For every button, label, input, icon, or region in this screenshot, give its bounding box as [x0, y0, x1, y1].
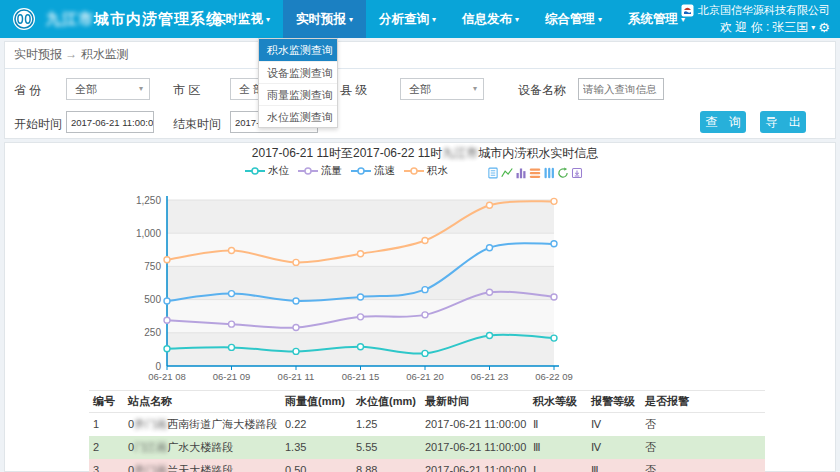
chart-title: 2017-06-21 11时至2017-06-22 11时九江市城市内涝积水实时… [85, 145, 765, 162]
province-value: 全部 [75, 83, 97, 95]
legend-item-流速[interactable]: 流速 [351, 164, 395, 178]
svg-text:1,250: 1,250 [136, 195, 161, 206]
username[interactable]: 张三国 [772, 19, 808, 36]
cell-is-alert: 否 [641, 413, 765, 436]
table-header-cell: 水位值(mm) [352, 391, 421, 413]
svg-text:06-21 20: 06-21 20 [406, 371, 444, 382]
table-header-cell: 是否报警 [641, 391, 765, 413]
cell-water-value: 5.55 [352, 436, 421, 459]
cell-no: 3 [89, 459, 124, 472]
bar-chart-icon[interactable] [515, 165, 527, 177]
nav-menu-item-5[interactable]: 综合管理▾ [532, 0, 615, 38]
device-name-input[interactable] [578, 78, 664, 100]
table-header-cell: 编号 [89, 391, 124, 413]
city-label: 市 区 [173, 82, 200, 99]
cell-is-alert: 否 [641, 436, 765, 459]
chevron-down-icon: ▾ [473, 79, 477, 99]
save-image-icon[interactable] [571, 165, 583, 177]
svg-text:06-21 15: 06-21 15 [342, 371, 380, 382]
forecast-dropdown-menu: 积水监测查询设备监测查询雨量监测查询水位监测查询 [258, 38, 338, 128]
company-logo-icon [681, 4, 694, 17]
county-select[interactable]: 全部 ▾ [400, 78, 484, 100]
breadcrumb: 实时预报 → 积水监测 [14, 41, 129, 68]
breadcrumb-section: 实时预报 [14, 47, 62, 61]
table-header-cell: 雨量值(mm) [281, 391, 352, 413]
legend-marker-icon [404, 166, 424, 176]
user-caret-icon[interactable]: ▾ [811, 19, 815, 36]
legend-label: 水位 [268, 164, 289, 178]
cell-flood-level: Ⅰ [529, 459, 587, 472]
station-name-redacted: 井门画 [134, 464, 167, 472]
legend-item-水位[interactable]: 水位 [245, 164, 289, 178]
chevron-down-icon: ▾ [139, 79, 143, 99]
chart-title-post: 城市内涝积水实时信息 [478, 146, 598, 160]
cell-alarm-level: Ⅲ [587, 459, 641, 472]
cell-no: 2 [89, 436, 124, 459]
cell-latest-time: 2017-06-21 11:00:00 [421, 436, 529, 459]
province-select[interactable]: 全部 ▾ [66, 78, 150, 100]
nav-menu-item-4[interactable]: 信息发布▾ [449, 0, 532, 38]
table-row[interactable]: 10井门画西南街道广海大楼路段0.221.252017-06-21 11:00:… [89, 413, 765, 436]
query-button[interactable]: 查 询 [700, 111, 746, 133]
company-name: 北京国信华源科技有限公司 [698, 2, 830, 19]
table-header-cell: 站点名称 [124, 391, 281, 413]
legend-label: 积水 [427, 164, 448, 178]
chevron-down-icon: ▾ [432, 15, 436, 24]
station-name-redacted: 井门画 [134, 418, 167, 430]
tiled-icon[interactable] [543, 165, 555, 177]
table-header-cell: 积水等级 [529, 391, 587, 413]
svg-text:06-21 11: 06-21 11 [278, 371, 315, 382]
station-name-text: 广水大楼路段 [167, 441, 233, 453]
county-value: 全部 [409, 83, 431, 95]
chart-legend: 水位流量流速积水 [245, 164, 448, 178]
svg-text:06-21 08: 06-21 08 [148, 371, 186, 382]
cell-station-name: 0井门画西南街道广海大楼路段 [124, 413, 281, 436]
svg-text:0: 0 [155, 361, 161, 372]
chart-toolbox [487, 165, 583, 177]
data-view-icon[interactable] [487, 165, 499, 177]
legend-label: 流速 [374, 164, 395, 178]
dropdown-item-3[interactable]: 雨量监测查询 [259, 83, 337, 105]
company-info: 北京国信华源科技有限公司 [681, 2, 830, 19]
cell-latest-time: 2017-06-21 11:00:00 [421, 413, 529, 436]
svg-text:500: 500 [144, 294, 161, 305]
main-menu: 实时监视▾实时预报▾分析查询▾信息发布▾综合管理▾系统管理▾ [200, 0, 698, 38]
cell-station-name: 0井门画兰天大楼路段 [124, 459, 281, 472]
station-name-redacted: 门江画 [134, 441, 167, 453]
nav-menu-item-2[interactable]: 实时预报▾ [283, 0, 366, 38]
dropdown-item-2[interactable]: 设备监测查询 [259, 61, 337, 83]
legend-item-流量[interactable]: 流量 [298, 164, 342, 178]
dropdown-item-4[interactable]: 水位监测查询 [259, 105, 337, 127]
dropdown-item-1[interactable]: 积水监测查询 [259, 39, 337, 61]
start-time-input[interactable] [66, 111, 154, 133]
station-name-text: 西南街道广海大楼路段 [167, 418, 277, 430]
nav-menu-label: 综合管理 [545, 12, 595, 26]
end-time-label: 结束时间 [173, 116, 221, 133]
nav-menu-item-3[interactable]: 分析查询▾ [366, 0, 449, 38]
table-header-cell: 最新时间 [421, 391, 529, 413]
cell-is-alert: 否 [641, 459, 765, 472]
cell-water-value: 8.88 [352, 459, 421, 472]
export-button[interactable]: 导 出 [760, 111, 806, 133]
line-chart-icon[interactable] [501, 165, 513, 177]
app-logo [12, 7, 36, 31]
settings-gear-icon[interactable]: ⚙ [818, 19, 830, 36]
cell-no: 1 [89, 413, 124, 436]
legend-marker-icon [298, 166, 318, 176]
svg-text:250: 250 [144, 327, 161, 338]
chevron-down-icon: ▾ [266, 15, 270, 24]
line-chart: 02505007501,0001,25006-21 0806-21 0906-2… [85, 183, 585, 385]
cell-flood-level: Ⅱ [529, 413, 587, 436]
refresh-icon[interactable] [557, 165, 569, 177]
table-row[interactable]: 20门江画广水大楼路段1.355.552017-06-21 11:00:00ⅢⅣ… [89, 436, 765, 459]
stack-icon[interactable] [529, 165, 541, 177]
device-name-label: 设备名称 [518, 82, 566, 99]
cell-rain-value: 1.35 [281, 436, 352, 459]
legend-item-积水[interactable]: 积水 [404, 164, 448, 178]
top-navbar: 九江市城市内涝管理系统 实时监视▾实时预报▾分析查询▾信息发布▾综合管理▾系统管… [0, 0, 840, 38]
nav-menu-item-1[interactable]: 实时监视▾ [200, 0, 283, 38]
legend-marker-icon [245, 166, 265, 176]
province-label: 省 份 [14, 82, 41, 99]
app-title: 九江市城市内涝管理系统 [46, 0, 222, 38]
table-row[interactable]: 30井门画兰天大楼路段0.508.882017-06-21 11:00:00ⅠⅢ… [89, 459, 765, 472]
